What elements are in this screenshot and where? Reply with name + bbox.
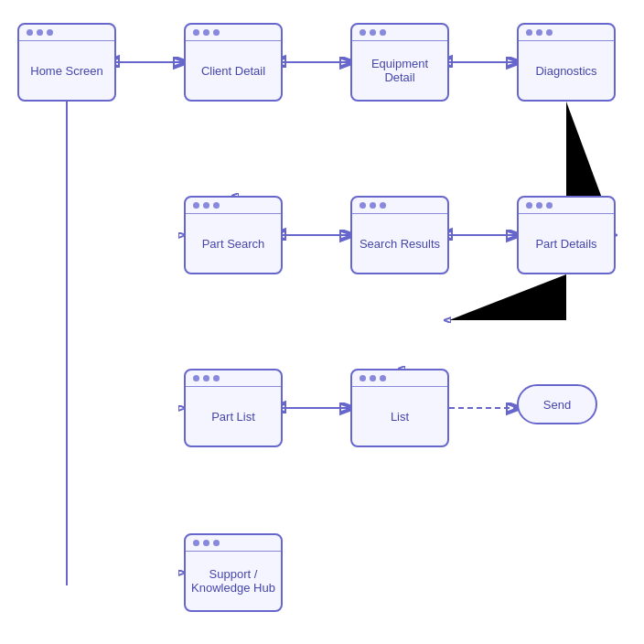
- screen-label-part-search: Part Search: [186, 214, 281, 273]
- screen-part-details: Part Details: [517, 196, 616, 274]
- screen-label-part-list: Part List: [186, 387, 281, 445]
- title-bar-equipment: [352, 25, 447, 41]
- screen-support: Support / Knowledge Hub: [184, 533, 283, 612]
- screen-part-search: Part Search: [184, 196, 283, 274]
- screen-diagnostics: Diagnostics: [517, 23, 616, 102]
- title-bar-client: [186, 25, 281, 41]
- screen-equipment: Equipment Detail: [350, 23, 449, 102]
- screen-list: List: [350, 369, 449, 447]
- screen-label-client: Client Detail: [186, 41, 281, 100]
- screen-label-diagnostics: Diagnostics: [519, 41, 614, 100]
- screen-search-results: Search Results: [350, 196, 449, 274]
- title-bar-diagnostics: [519, 25, 614, 41]
- screen-label-home: Home Screen: [19, 41, 114, 100]
- title-bar-search-results: [352, 198, 447, 214]
- screen-home: Home Screen: [17, 23, 116, 102]
- screen-label-part-details: Part Details: [519, 214, 614, 273]
- title-bar-list: [352, 370, 447, 387]
- diagram: Home ScreenClient DetailEquipment Detail…: [0, 0, 644, 644]
- screen-label-equipment: Equipment Detail: [352, 41, 447, 100]
- title-bar-home: [19, 25, 114, 41]
- pill-send: Send: [517, 384, 597, 424]
- screen-label-support: Support / Knowledge Hub: [186, 552, 281, 610]
- title-bar-support: [186, 535, 281, 552]
- screen-label-list: List: [352, 387, 447, 445]
- title-bar-part-search: [186, 198, 281, 214]
- title-bar-part-details: [519, 198, 614, 214]
- screen-part-list: Part List: [184, 369, 283, 447]
- screen-label-search-results: Search Results: [352, 214, 447, 273]
- title-bar-part-list: [186, 370, 281, 387]
- screen-client: Client Detail: [184, 23, 283, 102]
